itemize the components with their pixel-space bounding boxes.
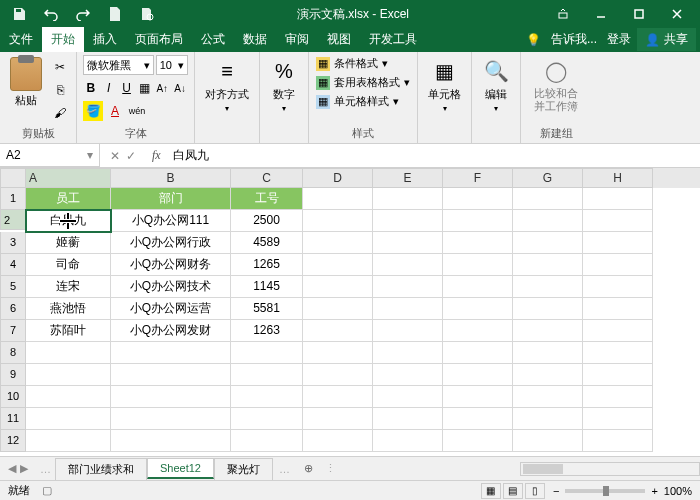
paste-button[interactable]: 粘贴: [6, 55, 46, 110]
cell[interactable]: 1263: [231, 320, 303, 342]
cell[interactable]: [513, 408, 583, 430]
cell[interactable]: [303, 298, 373, 320]
cell[interactable]: 小Q办公网111: [111, 210, 231, 232]
cell[interactable]: [111, 364, 231, 386]
cell[interactable]: [373, 232, 443, 254]
save-icon[interactable]: [8, 3, 30, 25]
page-layout-view-icon[interactable]: ▤: [503, 483, 523, 499]
undo-icon[interactable]: [40, 3, 62, 25]
compare-merge-button[interactable]: ◯比较和合并工作簿: [527, 55, 585, 115]
cell[interactable]: 小Q办公网财务: [111, 254, 231, 276]
cell[interactable]: [373, 276, 443, 298]
italic-button[interactable]: I: [101, 78, 117, 98]
cell[interactable]: [513, 276, 583, 298]
row-header[interactable]: 3: [0, 232, 26, 254]
cell[interactable]: [513, 430, 583, 452]
number-button[interactable]: %数字▾: [266, 55, 302, 115]
cell[interactable]: [373, 188, 443, 210]
cell[interactable]: 员工: [26, 188, 111, 210]
col-header-C[interactable]: C: [231, 168, 303, 188]
cell[interactable]: [583, 254, 653, 276]
underline-button[interactable]: U: [119, 78, 135, 98]
row-header[interactable]: 4: [0, 254, 26, 276]
cell[interactable]: [111, 408, 231, 430]
cell[interactable]: 燕池悟: [26, 298, 111, 320]
cell[interactable]: [26, 386, 111, 408]
cell[interactable]: [513, 298, 583, 320]
cells-button[interactable]: ▦单元格▾: [424, 55, 465, 115]
cell[interactable]: [303, 430, 373, 452]
sheet-nav-prev-icon[interactable]: ◀: [8, 462, 16, 475]
cell[interactable]: 司命: [26, 254, 111, 276]
row-header[interactable]: 5: [0, 276, 26, 298]
cell[interactable]: [583, 298, 653, 320]
cell[interactable]: [513, 232, 583, 254]
phonetic-button[interactable]: wén: [127, 101, 147, 121]
cell[interactable]: [443, 408, 513, 430]
cell[interactable]: [303, 386, 373, 408]
active-cell[interactable]: 白凤九: [26, 210, 111, 232]
copy-icon[interactable]: ⎘: [50, 80, 70, 100]
font-size-select[interactable]: 10▾: [156, 55, 188, 75]
cell[interactable]: 小Q办公网发财: [111, 320, 231, 342]
cell[interactable]: 1145: [231, 276, 303, 298]
tab-insert[interactable]: 插入: [84, 27, 126, 52]
cell[interactable]: [26, 342, 111, 364]
cell[interactable]: [303, 254, 373, 276]
ribbon-options-icon[interactable]: [546, 3, 580, 25]
font-color-button[interactable]: A: [105, 101, 125, 121]
cell[interactable]: [231, 342, 303, 364]
cell[interactable]: [231, 408, 303, 430]
cell[interactable]: [583, 276, 653, 298]
table-format-button[interactable]: ▦套用表格格式 ▾: [315, 74, 411, 91]
cell[interactable]: 连宋: [26, 276, 111, 298]
cell-style-button[interactable]: ▦单元格样式 ▾: [315, 93, 411, 110]
cell[interactable]: [303, 364, 373, 386]
row-header[interactable]: 8: [0, 342, 26, 364]
cell[interactable]: [583, 232, 653, 254]
cell[interactable]: [303, 210, 373, 232]
cell[interactable]: [443, 276, 513, 298]
cell[interactable]: [373, 386, 443, 408]
cell[interactable]: [26, 364, 111, 386]
cell[interactable]: [443, 298, 513, 320]
col-header-E[interactable]: E: [373, 168, 443, 188]
new-icon[interactable]: [104, 3, 126, 25]
cell[interactable]: 1265: [231, 254, 303, 276]
tab-home[interactable]: 开始: [42, 27, 84, 52]
tab-review[interactable]: 审阅: [276, 27, 318, 52]
sheet-nav-next-icon[interactable]: ▶: [20, 462, 28, 475]
row-header[interactable]: 1: [0, 188, 26, 210]
cell[interactable]: 5581: [231, 298, 303, 320]
cell[interactable]: [373, 210, 443, 232]
cell[interactable]: 小Q办公网运营: [111, 298, 231, 320]
col-header-G[interactable]: G: [513, 168, 583, 188]
cell[interactable]: 苏陌叶: [26, 320, 111, 342]
share-button[interactable]: 👤共享: [637, 28, 696, 51]
minimize-icon[interactable]: [584, 3, 618, 25]
cell[interactable]: [583, 386, 653, 408]
col-header-H[interactable]: H: [583, 168, 653, 188]
cell[interactable]: 姬蘅: [26, 232, 111, 254]
cell[interactable]: [373, 298, 443, 320]
cell[interactable]: [583, 210, 653, 232]
cell[interactable]: [443, 188, 513, 210]
cell[interactable]: [513, 254, 583, 276]
name-box[interactable]: A2▾: [0, 144, 100, 167]
zoom-slider[interactable]: [565, 489, 645, 493]
tab-formula[interactable]: 公式: [192, 27, 234, 52]
close-icon[interactable]: [660, 3, 694, 25]
cell[interactable]: [513, 364, 583, 386]
cell[interactable]: [373, 364, 443, 386]
grow-font-button[interactable]: A↑: [154, 78, 170, 98]
format-painter-icon[interactable]: 🖌: [50, 103, 70, 123]
enter-formula-icon[interactable]: ✓: [126, 149, 136, 163]
cell[interactable]: 小Q办公网行政: [111, 232, 231, 254]
row-header[interactable]: 11: [0, 408, 26, 430]
cell[interactable]: [303, 188, 373, 210]
cell[interactable]: [303, 232, 373, 254]
cell[interactable]: [373, 320, 443, 342]
row-header[interactable]: 7: [0, 320, 26, 342]
cell[interactable]: [443, 320, 513, 342]
cell[interactable]: [111, 342, 231, 364]
